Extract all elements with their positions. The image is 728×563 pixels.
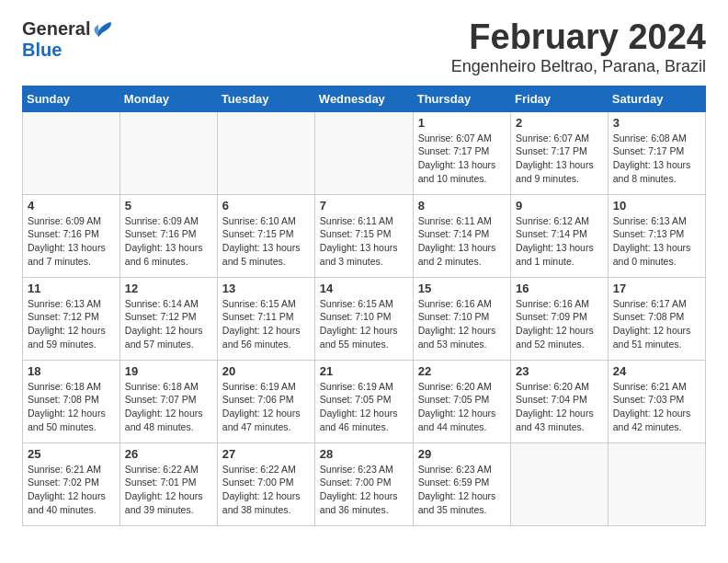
day-number: 22 xyxy=(418,364,506,378)
day-number: 19 xyxy=(125,364,212,378)
day-info: Sunrise: 6:07 AMSunset: 7:17 PMDaylight:… xyxy=(418,132,506,186)
calendar-cell xyxy=(23,111,120,194)
day-info: Sunrise: 6:09 AMSunset: 7:16 PMDaylight:… xyxy=(125,214,212,269)
calendar-cell: 7Sunrise: 6:11 AMSunset: 7:15 PMDaylight… xyxy=(314,194,413,277)
day-info: Sunrise: 6:23 AMSunset: 6:59 PMDaylight:… xyxy=(418,463,506,517)
calendar-cell: 25Sunrise: 6:21 AMSunset: 7:02 PMDayligh… xyxy=(23,442,120,525)
day-number: 13 xyxy=(222,282,310,295)
day-number: 11 xyxy=(28,282,115,295)
day-info: Sunrise: 6:20 AMSunset: 7:04 PMDaylight:… xyxy=(516,380,603,434)
day-info: Sunrise: 6:19 AMSunset: 7:05 PMDaylight:… xyxy=(320,380,408,434)
calendar-header-cell: Monday xyxy=(119,86,217,111)
calendar-header-cell: Wednesday xyxy=(314,86,413,111)
calendar-cell: 24Sunrise: 6:21 AMSunset: 7:03 PMDayligh… xyxy=(608,360,705,442)
calendar-week-row: 4Sunrise: 6:09 AMSunset: 7:16 PMDaylight… xyxy=(23,194,706,277)
calendar-header-cell: Thursday xyxy=(413,86,510,111)
day-info: Sunrise: 6:18 AMSunset: 7:07 PMDaylight:… xyxy=(125,380,212,434)
day-number: 1 xyxy=(418,116,506,130)
day-number: 8 xyxy=(418,199,506,213)
calendar-cell: 18Sunrise: 6:18 AMSunset: 7:08 PMDayligh… xyxy=(23,360,120,442)
day-number: 28 xyxy=(320,447,408,461)
calendar-cell: 2Sunrise: 6:07 AMSunset: 7:17 PMDaylight… xyxy=(511,111,609,194)
day-info: Sunrise: 6:13 AMSunset: 7:12 PMDaylight:… xyxy=(28,297,115,351)
day-number: 17 xyxy=(613,282,700,295)
calendar-cell: 26Sunrise: 6:22 AMSunset: 7:01 PMDayligh… xyxy=(119,442,217,525)
calendar-cell xyxy=(119,111,217,194)
day-info: Sunrise: 6:16 AMSunset: 7:09 PMDaylight:… xyxy=(516,297,603,351)
day-number: 25 xyxy=(28,447,115,461)
calendar-cell xyxy=(314,111,413,194)
calendar-cell: 14Sunrise: 6:15 AMSunset: 7:10 PMDayligh… xyxy=(314,277,413,360)
calendar-cell: 19Sunrise: 6:18 AMSunset: 7:07 PMDayligh… xyxy=(119,360,217,442)
day-info: Sunrise: 6:18 AMSunset: 7:08 PMDaylight:… xyxy=(28,380,115,434)
day-info: Sunrise: 6:09 AMSunset: 7:16 PMDaylight:… xyxy=(28,214,115,269)
day-number: 15 xyxy=(418,282,506,295)
calendar-cell: 21Sunrise: 6:19 AMSunset: 7:05 PMDayligh… xyxy=(314,360,413,442)
page: General Blue February 2024 Engenheiro Be… xyxy=(0,0,728,541)
calendar-cell xyxy=(217,111,314,194)
day-info: Sunrise: 6:19 AMSunset: 7:06 PMDaylight:… xyxy=(222,380,310,434)
logo-general: General xyxy=(22,18,90,40)
calendar-cell: 3Sunrise: 6:08 AMSunset: 7:17 PMDaylight… xyxy=(608,111,705,194)
day-number: 14 xyxy=(320,282,408,295)
sub-title: Engenheiro Beltrao, Parana, Brazil xyxy=(451,57,706,76)
calendar-cell: 16Sunrise: 6:16 AMSunset: 7:09 PMDayligh… xyxy=(511,277,609,360)
calendar-cell: 22Sunrise: 6:20 AMSunset: 7:05 PMDayligh… xyxy=(413,360,510,442)
calendar-cell xyxy=(608,442,705,525)
calendar-week-row: 1Sunrise: 6:07 AMSunset: 7:17 PMDaylight… xyxy=(23,111,706,194)
calendar-header-cell: Saturday xyxy=(608,86,705,111)
day-number: 16 xyxy=(516,282,603,295)
day-info: Sunrise: 6:13 AMSunset: 7:13 PMDaylight:… xyxy=(613,214,700,269)
calendar-cell: 28Sunrise: 6:23 AMSunset: 7:00 PMDayligh… xyxy=(314,442,413,525)
day-info: Sunrise: 6:11 AMSunset: 7:14 PMDaylight:… xyxy=(418,214,506,269)
calendar-header-cell: Friday xyxy=(511,86,609,111)
day-number: 4 xyxy=(28,199,115,213)
day-number: 6 xyxy=(222,199,310,213)
logo-bird-icon xyxy=(92,19,112,40)
calendar-cell: 8Sunrise: 6:11 AMSunset: 7:14 PMDaylight… xyxy=(413,194,510,277)
main-title: February 2024 xyxy=(451,18,706,57)
calendar-header-cell: Tuesday xyxy=(217,86,314,111)
day-info: Sunrise: 6:17 AMSunset: 7:08 PMDaylight:… xyxy=(613,297,700,351)
day-number: 24 xyxy=(613,364,700,378)
calendar-header-row: SundayMondayTuesdayWednesdayThursdayFrid… xyxy=(23,86,706,111)
day-info: Sunrise: 6:22 AMSunset: 7:01 PMDaylight:… xyxy=(125,463,212,517)
header: General Blue February 2024 Engenheiro Be… xyxy=(22,18,706,76)
day-number: 12 xyxy=(125,282,212,295)
day-info: Sunrise: 6:10 AMSunset: 7:15 PMDaylight:… xyxy=(222,214,310,269)
calendar-week-row: 11Sunrise: 6:13 AMSunset: 7:12 PMDayligh… xyxy=(23,277,706,360)
calendar-cell: 17Sunrise: 6:17 AMSunset: 7:08 PMDayligh… xyxy=(608,277,705,360)
calendar-cell: 4Sunrise: 6:09 AMSunset: 7:16 PMDaylight… xyxy=(23,194,120,277)
calendar-cell: 1Sunrise: 6:07 AMSunset: 7:17 PMDaylight… xyxy=(413,111,510,194)
calendar-header-cell: Sunday xyxy=(23,86,120,111)
calendar-cell: 29Sunrise: 6:23 AMSunset: 6:59 PMDayligh… xyxy=(413,442,510,525)
calendar-cell: 15Sunrise: 6:16 AMSunset: 7:10 PMDayligh… xyxy=(413,277,510,360)
day-number: 7 xyxy=(320,199,408,213)
calendar-body: 1Sunrise: 6:07 AMSunset: 7:17 PMDaylight… xyxy=(23,111,706,525)
calendar: SundayMondayTuesdayWednesdayThursdayFrid… xyxy=(22,86,706,526)
day-number: 3 xyxy=(613,116,700,130)
logo: General Blue xyxy=(22,18,112,61)
day-info: Sunrise: 6:08 AMSunset: 7:17 PMDaylight:… xyxy=(613,132,700,186)
day-info: Sunrise: 6:07 AMSunset: 7:17 PMDaylight:… xyxy=(516,132,603,186)
day-info: Sunrise: 6:21 AMSunset: 7:03 PMDaylight:… xyxy=(613,380,700,434)
calendar-cell: 27Sunrise: 6:22 AMSunset: 7:00 PMDayligh… xyxy=(217,442,314,525)
day-info: Sunrise: 6:11 AMSunset: 7:15 PMDaylight:… xyxy=(320,214,408,269)
day-info: Sunrise: 6:12 AMSunset: 7:14 PMDaylight:… xyxy=(516,214,603,269)
calendar-cell: 10Sunrise: 6:13 AMSunset: 7:13 PMDayligh… xyxy=(608,194,705,277)
day-number: 10 xyxy=(613,199,700,213)
day-number: 27 xyxy=(222,447,310,461)
calendar-cell: 20Sunrise: 6:19 AMSunset: 7:06 PMDayligh… xyxy=(217,360,314,442)
day-number: 23 xyxy=(516,364,603,378)
day-info: Sunrise: 6:21 AMSunset: 7:02 PMDaylight:… xyxy=(28,463,115,517)
calendar-cell: 11Sunrise: 6:13 AMSunset: 7:12 PMDayligh… xyxy=(23,277,120,360)
calendar-cell: 9Sunrise: 6:12 AMSunset: 7:14 PMDaylight… xyxy=(511,194,609,277)
day-number: 21 xyxy=(320,364,408,378)
calendar-cell: 6Sunrise: 6:10 AMSunset: 7:15 PMDaylight… xyxy=(217,194,314,277)
calendar-week-row: 25Sunrise: 6:21 AMSunset: 7:02 PMDayligh… xyxy=(23,442,706,525)
day-info: Sunrise: 6:14 AMSunset: 7:12 PMDaylight:… xyxy=(125,297,212,351)
day-info: Sunrise: 6:20 AMSunset: 7:05 PMDaylight:… xyxy=(418,380,506,434)
day-info: Sunrise: 6:15 AMSunset: 7:10 PMDaylight:… xyxy=(320,297,408,351)
day-info: Sunrise: 6:22 AMSunset: 7:00 PMDaylight:… xyxy=(222,463,310,517)
calendar-cell: 13Sunrise: 6:15 AMSunset: 7:11 PMDayligh… xyxy=(217,277,314,360)
